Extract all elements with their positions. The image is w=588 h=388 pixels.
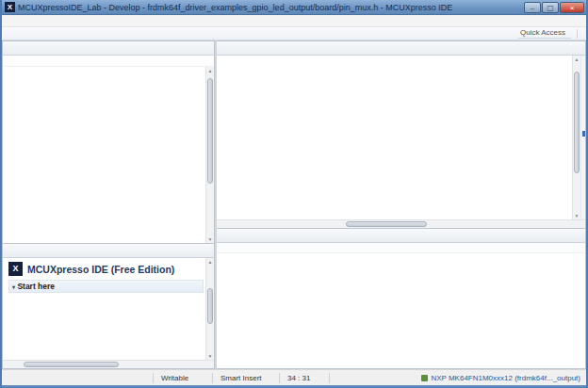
scroll-down-icon[interactable]: ▼ [206, 353, 214, 359]
scroll-up-icon[interactable]: ▲ [573, 57, 580, 62]
quickstart-content: X MCUXpresso IDE (Free Edition) ▾ Start … [3, 258, 205, 360]
project-tree[interactable] [3, 67, 205, 243]
start-here-section[interactable]: ▾ Start here [8, 280, 204, 293]
code-editor[interactable] [217, 56, 572, 219]
main-toolbar: Quick Access [2, 27, 586, 40]
app-logo-icon: X [5, 2, 15, 12]
insert-mode-status: Smart Insert [213, 374, 279, 382]
writable-status: Writable [154, 374, 212, 382]
title-bar: X MCUXpressoIDE_Lab - Develop - frdmk64f… [2, 0, 586, 15]
editor-tabbar [217, 41, 585, 56]
project-tree-scrollbar[interactable]: ▲ ▼ [205, 67, 214, 243]
console-output[interactable] [217, 253, 585, 368]
mcuxpresso-window: X MCUXpressoIDE_Lab - Develop - frdmk64f… [0, 0, 588, 388]
scroll-up-icon[interactable]: ▲ [206, 68, 214, 73]
scroll-up-icon[interactable]: ▲ [206, 259, 214, 265]
console-tabbar [217, 229, 585, 243]
section-collapse-icon: ▾ [12, 284, 15, 290]
status-bar: Writable Smart Insert 34 : 31 NXP MK64FN… [2, 369, 586, 385]
target-status-icon [421, 375, 428, 381]
project-explorer-toolbar [3, 56, 214, 67]
overview-ruler [580, 56, 585, 219]
quickstart-scrollbar[interactable]: ▲ ▼ [205, 258, 214, 360]
minimize-button[interactable]: – [524, 2, 541, 13]
quickstart-tabbar [3, 244, 214, 258]
window-title: MCUXpressoIDE_Lab - Develop - frdmk64f_d… [18, 3, 520, 12]
close-button[interactable]: × [560, 2, 584, 13]
editor-panel: ▲ ▼ [217, 40, 586, 229]
console-toolbar [217, 243, 585, 253]
quick-access-input[interactable]: Quick Access [518, 28, 571, 39]
current-line-marker [582, 131, 586, 137]
maximize-button[interactable]: ▢ [542, 2, 559, 13]
editor-scrollbar[interactable]: ▲ ▼ [572, 56, 580, 219]
quickstart-panel: X MCUXpresso IDE (Free Edition) ▾ Start … [2, 244, 215, 369]
scroll-down-icon[interactable]: ▼ [573, 213, 580, 218]
cursor-position: 34 : 31 [280, 374, 329, 382]
target-device[interactable]: NXP MK64FN1M0xxx12 (frdmk64f..._output) [431, 374, 580, 382]
quickstart-hscrollbar[interactable] [3, 360, 214, 368]
quickstart-title: MCUXpresso IDE (Free Edition) [27, 264, 174, 275]
menu-bar [2, 15, 586, 27]
editor-hscrollbar[interactable] [217, 219, 585, 228]
project-explorer-tabbar [3, 41, 214, 56]
mcuxpresso-logo-icon: X [8, 262, 23, 276]
scroll-down-icon[interactable]: ▼ [206, 236, 214, 242]
project-explorer-panel: ▲ ▼ [2, 40, 215, 244]
console-panel [217, 229, 586, 369]
